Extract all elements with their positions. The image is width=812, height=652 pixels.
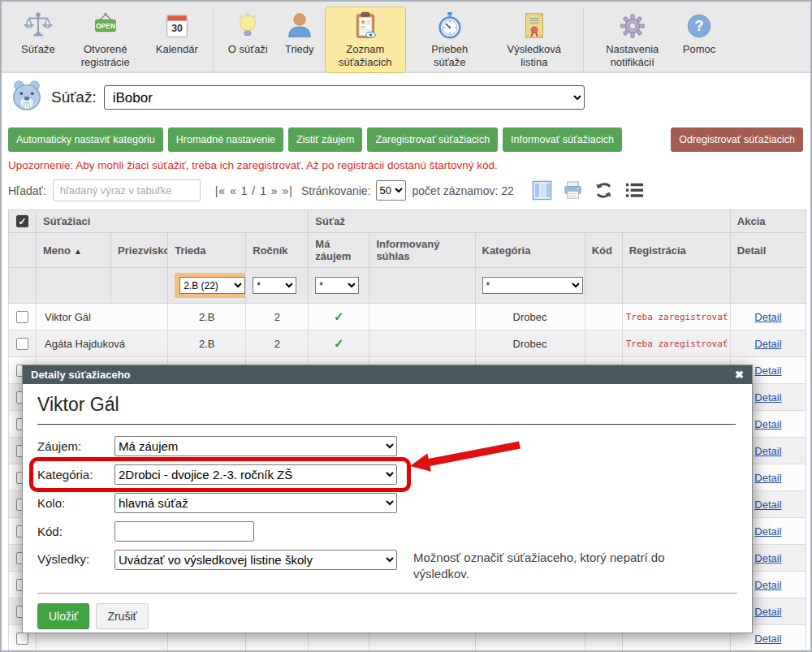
search-input[interactable] <box>53 179 201 201</box>
paging-label: Stránkovanie: <box>301 184 371 197</box>
action-button[interactable]: Automaticky nastaviť kategóriu <box>8 127 163 152</box>
trieda-filter-select[interactable]: 2.B (22) <box>179 277 245 294</box>
select-all-checkbox[interactable]: ✓ <box>16 215 28 227</box>
detail-link[interactable]: Detail <box>754 552 781 564</box>
student-name: Viktor Gál <box>37 394 737 416</box>
col-header-kod[interactable]: Kód <box>585 233 622 268</box>
detail-link[interactable]: Detail <box>754 391 781 404</box>
col-header-trieda[interactable]: Trieda <box>168 233 246 268</box>
group-header-action: Akcia <box>730 210 806 233</box>
competition-label: Súťaž: <box>51 89 97 106</box>
action-button[interactable]: Odregistrovať súťažiacich <box>671 127 803 152</box>
interest-check: ✓ <box>309 330 369 357</box>
vysledky-field-row: Výsledky: Uvádzať vo výsledkovej listine… <box>37 550 737 581</box>
sort-asc-icon: ▲ <box>74 247 82 256</box>
lightbulb-icon <box>232 10 263 42</box>
toolbar-item[interactable]: 30Kalendár <box>149 6 205 59</box>
toolbar-item-label: Pomoc <box>683 43 715 56</box>
detail-link[interactable]: Detail <box>754 472 781 484</box>
col-header-informovany-suhlas[interactable]: Informovaný súhlas <box>369 233 475 268</box>
detail-link[interactable]: Detail <box>754 606 781 618</box>
competition-select[interactable]: iBobor <box>104 85 585 110</box>
kategoria-cell: Drobec <box>475 304 585 330</box>
toolbar-item[interactable]: Nastavenia notifikácií <box>592 6 673 73</box>
detail-link[interactable]: Detail <box>754 633 781 645</box>
modal-header: Detaily súťažiaceho ✖ <box>23 365 752 384</box>
col-header-kategoria[interactable]: Kategória <box>475 233 585 268</box>
certificate-icon <box>519 10 550 42</box>
col-header-meno[interactable]: Meno▲ <box>37 233 111 268</box>
kategoria-filter-select[interactable]: * <box>482 277 583 294</box>
zaujem-select[interactable]: Má záujem <box>114 436 397 456</box>
save-button[interactable]: Uložiť <box>37 603 89 629</box>
registracia-cell: Treba zaregistrovať! <box>622 330 730 357</box>
action-button[interactable]: Informovať súťažiacich <box>503 127 622 152</box>
trieda-cell: 2.B <box>168 330 246 357</box>
toolbar-item[interactable]: O súťaži <box>222 6 274 59</box>
print-icon[interactable] <box>563 180 583 201</box>
action-button[interactable]: Hromadné nastavenie <box>168 127 283 152</box>
kod-input[interactable] <box>114 521 254 542</box>
cancel-button[interactable]: Zrušiť <box>96 603 148 629</box>
beaver-icon <box>10 79 44 116</box>
person-icon <box>284 10 315 42</box>
stopwatch-icon <box>434 10 465 42</box>
col-header-rocnik[interactable]: Ročník <box>246 233 309 268</box>
kolo-select[interactable]: hlavná súťaž <box>114 493 397 513</box>
toolbar-item[interactable]: Priebeh súťaže <box>409 6 490 73</box>
toolbar-item[interactable]: Triedy <box>278 6 322 59</box>
detail-link[interactable]: Detail <box>754 418 781 430</box>
vysledky-select[interactable]: Uvádzať vo výsledkovej listine školy <box>114 550 397 570</box>
detail-link[interactable]: Detail <box>754 311 781 323</box>
kategoria-label: Kategória: <box>37 468 114 481</box>
toolbar-item[interactable]: Zoznam súťažiacich <box>325 6 406 73</box>
action-button[interactable]: Zistiť záujem <box>288 127 362 152</box>
toolbar-item[interactable]: OPENOtvorené registrácie <box>65 6 146 73</box>
detail-link[interactable]: Detail <box>754 499 781 511</box>
kategoria-field-row: Kategória: 2Drobci - dvojice 2.-3. roční… <box>37 464 737 485</box>
rocnik-filter-select[interactable]: * <box>253 277 296 294</box>
table-row: Agáta Hajduková2.B2✓DrobecTreba zaregist… <box>9 330 806 357</box>
rocnik-cell: 2 <box>246 330 309 357</box>
toolbar: SúťažeOPENOtvorené registrácie30Kalendár… <box>2 2 810 73</box>
zaujem-label: Záujem: <box>37 439 114 453</box>
table-tools <box>532 180 645 201</box>
detail-link[interactable]: Detail <box>754 525 781 538</box>
toolbar-item-label: Výsledková listina <box>500 43 568 70</box>
ma-zaujem-filter-select[interactable]: * <box>315 277 359 294</box>
columns-icon[interactable] <box>532 180 552 201</box>
row-checkbox[interactable] <box>16 633 28 645</box>
col-header-ma-zaujem[interactable]: Má záujem <box>309 233 369 268</box>
pagination-controls[interactable]: |« « 1 / 1 » »| <box>215 184 293 197</box>
modal-body: Viktor Gál Záujem: Má záujem Kategória: … <box>23 384 752 629</box>
kategoria-select[interactable]: 2Drobci - dvojice 2.-3. ročník ZŠ <box>114 464 397 485</box>
close-icon[interactable]: ✖ <box>735 369 744 381</box>
clipboard-icon <box>350 10 381 42</box>
trieda-cell: 2.B <box>168 304 246 330</box>
competitor-details-modal: Detaily súťažiaceho ✖ Viktor Gál Záujem:… <box>22 365 753 633</box>
detail-link[interactable]: Detail <box>754 445 781 457</box>
zaujem-field-row: Záujem: Má záujem <box>37 436 737 456</box>
action-button[interactable]: Zaregistrovať súťažiacich <box>367 127 498 152</box>
kod-field-row: Kód: <box>37 521 737 542</box>
toolbar-item[interactable]: Súťaže <box>15 6 62 59</box>
detail-link[interactable]: Detail <box>754 365 781 377</box>
row-checkbox[interactable] <box>16 311 28 323</box>
col-header-registracia[interactable]: Registrácia <box>622 233 730 268</box>
vysledky-note: Možnosť označiť súťažiaceho, ktorý nepat… <box>413 550 714 581</box>
kolo-label: Kolo: <box>37 496 114 510</box>
row-checkbox[interactable] <box>16 338 28 350</box>
detail-link[interactable]: Detail <box>754 338 781 350</box>
list-icon[interactable] <box>624 180 645 201</box>
svg-text:?: ? <box>694 18 703 34</box>
page: SúťažeOPENOtvorené registrácie30Kalendár… <box>0 0 812 652</box>
svg-text:30: 30 <box>171 23 183 34</box>
detail-link[interactable]: Detail <box>754 579 781 591</box>
refresh-icon[interactable] <box>594 180 614 201</box>
toolbar-item[interactable]: ?Pomoc <box>676 6 722 59</box>
toolbar-item[interactable]: Výsledková listina <box>494 6 575 73</box>
checkbox-cell <box>9 330 37 357</box>
page-size-select[interactable]: 50 <box>376 180 406 201</box>
toolbar-item-label: Triedy <box>285 43 314 56</box>
col-header-priezvisko[interactable]: Priezvisko▲ <box>111 233 168 268</box>
